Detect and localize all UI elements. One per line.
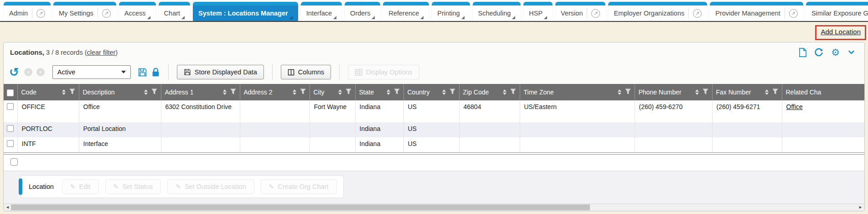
tab-version[interactable]: Version ↗ — [555, 2, 605, 21]
filter-icon[interactable] — [346, 89, 351, 96]
column-header-fax-number[interactable]: Fax Number — [712, 84, 782, 100]
status-filter-select[interactable]: Active — [52, 65, 131, 79]
row-checkbox[interactable] — [7, 103, 14, 110]
tab-orders[interactable]: Orders — [345, 2, 380, 21]
cell-phone — [635, 122, 712, 137]
toolbar-divider — [272, 64, 273, 80]
row-checkbox[interactable] — [7, 140, 14, 147]
tab-printing[interactable]: Printing — [432, 2, 470, 21]
filter-icon[interactable] — [394, 89, 400, 96]
menu-fold-icon — [333, 16, 336, 19]
tab-interface[interactable]: Interface — [301, 2, 342, 21]
tab-chart[interactable]: Chart — [159, 2, 190, 21]
sort-icon[interactable] — [144, 89, 148, 95]
gear-icon[interactable]: ⚙ — [831, 47, 840, 57]
column-header-address1[interactable]: Address 1 — [161, 84, 240, 100]
set-outside-location-button: ✎Set Outside Location — [167, 179, 254, 194]
pencil-icon: ✎ — [70, 183, 76, 190]
filter-icon[interactable] — [69, 89, 75, 96]
cell-city — [310, 137, 355, 152]
tab-my-settings[interactable]: My Settings ↗ — [53, 2, 116, 21]
menu-fold-icon — [420, 16, 424, 19]
select-arrow-icon — [121, 71, 126, 73]
tab-label: Version — [561, 10, 583, 17]
cell-address1: 6302 Constitution Drive — [161, 100, 240, 122]
tab-access[interactable]: Access — [119, 2, 156, 21]
external-link-icon: ↗ — [591, 9, 600, 18]
filter-icon[interactable] — [772, 89, 778, 96]
tab-divider — [688, 8, 689, 19]
tab-similar-exposure-groups[interactable]: Similar Exposure Groups (SEGs) ↗ — [806, 2, 868, 21]
filter-icon[interactable] — [151, 89, 157, 96]
column-header-city[interactable]: City — [310, 84, 355, 100]
store-displayed-data-button[interactable]: Store Displayed Data — [177, 65, 264, 79]
related-chart-link[interactable]: Office — [786, 103, 803, 110]
scroll-right-arrow[interactable]: ► — [858, 204, 863, 211]
prev-record-button: ‹ — [24, 68, 32, 76]
new-document-icon[interactable] — [799, 48, 806, 57]
columns-button[interactable]: Columns — [281, 65, 331, 79]
tab-admin[interactable]: Admin ↗ — [4, 2, 51, 21]
sort-icon[interactable] — [618, 89, 621, 95]
column-header-phone-number[interactable]: Phone Number — [635, 84, 712, 100]
tab-reference[interactable]: Reference — [383, 2, 429, 21]
tab-label: Provider Management — [715, 10, 780, 17]
column-header-state[interactable]: State — [355, 84, 403, 100]
filter-icon[interactable] — [625, 89, 631, 96]
tab-label: System : Locations Manager — [198, 10, 288, 17]
tab-system-locations-manager[interactable]: System : Locations Manager — [193, 2, 298, 21]
tab-label: Reference — [388, 10, 419, 17]
select-all-checkbox[interactable] — [7, 89, 14, 96]
sort-icon[interactable] — [695, 89, 699, 95]
filter-icon[interactable] — [450, 89, 455, 96]
pencil-icon: ✎ — [176, 183, 181, 190]
tab-employer-organizations[interactable]: Employer Organizations ↗ — [608, 2, 707, 21]
clear-filter-link[interactable]: clear filter — [87, 49, 116, 56]
cell-address1 — [161, 122, 240, 137]
cell-related-chart: Office — [782, 100, 864, 122]
tab-scheduling[interactable]: Scheduling — [473, 2, 521, 21]
filter-icon[interactable] — [510, 89, 516, 96]
sort-icon[interactable] — [223, 89, 227, 95]
panel-title-area: Locations, 3 / 8 records (clear filter) — [10, 48, 118, 56]
footer-select-all-checkbox[interactable] — [10, 158, 18, 166]
column-header-country[interactable]: Country — [403, 84, 459, 100]
save-filter-icon[interactable] — [138, 68, 147, 77]
sort-icon[interactable] — [338, 89, 342, 95]
scroll-left-arrow[interactable]: ◄ — [5, 204, 10, 211]
filter-icon[interactable] — [703, 89, 708, 96]
lock-icon[interactable] — [151, 68, 160, 77]
tab-label: Interface — [306, 10, 332, 17]
menu-fold-icon — [372, 16, 375, 19]
cell-code: INTF — [17, 137, 79, 152]
undo-icon[interactable]: ↺ — [9, 66, 19, 78]
sort-icon[interactable] — [503, 89, 506, 95]
cell-description: Interface — [79, 137, 161, 152]
sort-icon[interactable] — [293, 89, 296, 95]
column-header-description[interactable]: Description — [79, 84, 161, 100]
cell-state: Indiana — [355, 122, 403, 137]
sort-icon[interactable] — [442, 89, 446, 95]
grid-toolbar: ↺ ‹ › Active Store Displayed Data Column… — [4, 61, 864, 84]
cell-country: US — [403, 100, 459, 122]
sort-icon[interactable] — [765, 89, 769, 95]
horizontal-scrollbar[interactable]: ◄ ► — [4, 204, 864, 211]
chevron-down-icon[interactable] — [847, 49, 855, 56]
filter-icon[interactable] — [300, 89, 306, 96]
filter-icon[interactable] — [230, 89, 236, 96]
select-all-header-cell — [4, 84, 17, 100]
tab-provider-management[interactable]: Provider Management ↗ — [710, 2, 803, 21]
sort-icon[interactable] — [62, 89, 66, 95]
row-checkbox[interactable] — [7, 125, 14, 132]
column-header-zip-code[interactable]: Zip Code — [459, 84, 520, 100]
column-header-time-zone[interactable]: Time Zone — [520, 84, 635, 100]
scrollbar-thumb[interactable] — [11, 204, 590, 210]
column-header-address2[interactable]: Address 2 — [240, 84, 310, 100]
refresh-icon[interactable] — [814, 48, 823, 57]
column-header-related-chart[interactable]: Related Cha — [782, 84, 864, 100]
add-location-link[interactable]: Add Location — [821, 28, 861, 36]
tab-hsp[interactable]: HSP — [523, 2, 553, 21]
sort-icon[interactable] — [387, 89, 390, 95]
tab-label: My Settings — [59, 10, 93, 17]
column-header-code[interactable]: Code — [17, 84, 79, 100]
